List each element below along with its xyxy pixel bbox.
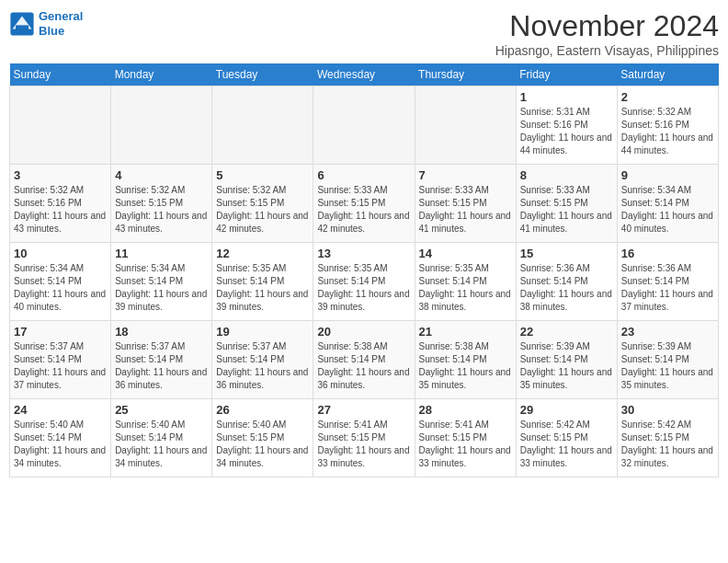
calendar-cell [313, 86, 415, 165]
day-number: 19 [216, 325, 309, 339]
calendar-cell: 9Sunrise: 5:34 AMSunset: 5:14 PMDaylight… [617, 165, 718, 243]
calendar-cell [415, 86, 516, 165]
calendar-cell: 11Sunrise: 5:34 AMSunset: 5:14 PMDayligh… [111, 243, 212, 321]
day-number: 7 [419, 168, 512, 182]
week-row-2: 3Sunrise: 5:32 AMSunset: 5:16 PMDaylight… [10, 165, 719, 243]
day-info: Sunrise: 5:34 AMSunset: 5:14 PMDaylight:… [14, 262, 107, 314]
calendar-cell: 19Sunrise: 5:37 AMSunset: 5:14 PMDayligh… [212, 321, 313, 399]
day-number: 26 [216, 403, 309, 417]
calendar-cell: 10Sunrise: 5:34 AMSunset: 5:14 PMDayligh… [10, 243, 111, 321]
calendar-table: SundayMondayTuesdayWednesdayThursdayFrid… [9, 63, 719, 477]
day-number: 27 [317, 403, 410, 417]
day-info: Sunrise: 5:38 AMSunset: 5:14 PMDaylight:… [317, 340, 410, 392]
calendar-cell: 24Sunrise: 5:40 AMSunset: 5:14 PMDayligh… [10, 399, 111, 477]
calendar-cell: 7Sunrise: 5:33 AMSunset: 5:15 PMDaylight… [415, 165, 516, 243]
day-number: 23 [621, 325, 714, 339]
day-number: 9 [621, 168, 714, 182]
logo-line2: Blue [39, 24, 64, 38]
calendar-cell: 1Sunrise: 5:31 AMSunset: 5:16 PMDaylight… [516, 86, 617, 165]
day-info: Sunrise: 5:32 AMSunset: 5:16 PMDaylight:… [621, 106, 714, 157]
weekday-header-monday: Monday [111, 63, 212, 86]
logo-text: General Blue [39, 9, 83, 38]
day-number: 11 [115, 247, 208, 260]
weekday-header-friday: Friday [516, 63, 617, 86]
day-info: Sunrise: 5:35 AMSunset: 5:14 PMDaylight:… [216, 262, 309, 314]
calendar-cell: 26Sunrise: 5:40 AMSunset: 5:15 PMDayligh… [212, 399, 313, 477]
day-number: 18 [115, 325, 208, 339]
day-info: Sunrise: 5:35 AMSunset: 5:14 PMDaylight:… [317, 262, 410, 314]
day-info: Sunrise: 5:32 AMSunset: 5:16 PMDaylight:… [14, 184, 107, 236]
day-number: 10 [14, 247, 107, 260]
day-number: 22 [520, 325, 613, 339]
day-info: Sunrise: 5:42 AMSunset: 5:15 PMDaylight:… [621, 419, 714, 470]
location-subtitle: Hipasngo, Eastern Visayas, Philippines [495, 43, 719, 58]
calendar-cell [10, 86, 111, 165]
weekday-header-tuesday: Tuesday [212, 63, 313, 86]
weekday-header-thursday: Thursday [415, 63, 516, 86]
week-row-1: 1Sunrise: 5:31 AMSunset: 5:16 PMDaylight… [10, 86, 719, 165]
day-info: Sunrise: 5:31 AMSunset: 5:16 PMDaylight:… [520, 106, 613, 157]
calendar-cell: 29Sunrise: 5:42 AMSunset: 5:15 PMDayligh… [516, 399, 617, 477]
day-number: 5 [216, 168, 309, 182]
calendar-cell: 17Sunrise: 5:37 AMSunset: 5:14 PMDayligh… [10, 321, 111, 399]
day-info: Sunrise: 5:40 AMSunset: 5:14 PMDaylight:… [14, 419, 107, 470]
day-info: Sunrise: 5:32 AMSunset: 5:15 PMDaylight:… [216, 184, 309, 236]
day-number: 2 [621, 90, 714, 104]
calendar-cell: 2Sunrise: 5:32 AMSunset: 5:16 PMDaylight… [617, 86, 718, 165]
day-number: 20 [317, 325, 410, 339]
day-number: 14 [419, 247, 512, 260]
day-number: 29 [520, 403, 613, 417]
day-info: Sunrise: 5:37 AMSunset: 5:14 PMDaylight:… [216, 340, 309, 392]
logo-icon [9, 11, 35, 37]
day-info: Sunrise: 5:39 AMSunset: 5:14 PMDaylight:… [520, 340, 613, 392]
calendar-cell: 16Sunrise: 5:36 AMSunset: 5:14 PMDayligh… [617, 243, 718, 321]
day-info: Sunrise: 5:40 AMSunset: 5:15 PMDaylight:… [216, 419, 309, 470]
day-info: Sunrise: 5:42 AMSunset: 5:15 PMDaylight:… [520, 419, 613, 470]
calendar-cell: 14Sunrise: 5:35 AMSunset: 5:14 PMDayligh… [415, 243, 516, 321]
calendar-cell: 22Sunrise: 5:39 AMSunset: 5:14 PMDayligh… [516, 321, 617, 399]
day-info: Sunrise: 5:36 AMSunset: 5:14 PMDaylight:… [520, 262, 613, 314]
calendar-cell: 15Sunrise: 5:36 AMSunset: 5:14 PMDayligh… [516, 243, 617, 321]
day-info: Sunrise: 5:41 AMSunset: 5:15 PMDaylight:… [419, 419, 512, 470]
day-info: Sunrise: 5:41 AMSunset: 5:15 PMDaylight:… [317, 419, 410, 470]
calendar-cell: 13Sunrise: 5:35 AMSunset: 5:14 PMDayligh… [313, 243, 415, 321]
calendar-cell: 8Sunrise: 5:33 AMSunset: 5:15 PMDaylight… [516, 165, 617, 243]
day-info: Sunrise: 5:37 AMSunset: 5:14 PMDaylight:… [115, 340, 208, 392]
day-number: 4 [115, 168, 208, 182]
calendar-cell: 23Sunrise: 5:39 AMSunset: 5:14 PMDayligh… [617, 321, 718, 399]
calendar-cell: 27Sunrise: 5:41 AMSunset: 5:15 PMDayligh… [313, 399, 415, 477]
svg-rect-2 [16, 25, 28, 30]
day-number: 24 [14, 403, 107, 417]
calendar-cell: 4Sunrise: 5:32 AMSunset: 5:15 PMDaylight… [111, 165, 212, 243]
day-number: 17 [14, 325, 107, 339]
calendar-cell: 6Sunrise: 5:33 AMSunset: 5:15 PMDaylight… [313, 165, 415, 243]
calendar-cell [212, 86, 313, 165]
day-number: 15 [520, 247, 613, 260]
day-number: 25 [115, 403, 208, 417]
calendar-cell [111, 86, 212, 165]
week-row-3: 10Sunrise: 5:34 AMSunset: 5:14 PMDayligh… [10, 243, 719, 321]
weekday-header-sunday: Sunday [10, 63, 111, 86]
day-info: Sunrise: 5:33 AMSunset: 5:15 PMDaylight:… [419, 184, 512, 236]
day-number: 30 [621, 403, 714, 417]
calendar-cell: 21Sunrise: 5:38 AMSunset: 5:14 PMDayligh… [415, 321, 516, 399]
day-number: 3 [14, 168, 107, 182]
weekday-header-wednesday: Wednesday [313, 63, 415, 86]
day-number: 13 [317, 247, 410, 260]
calendar-cell: 25Sunrise: 5:40 AMSunset: 5:14 PMDayligh… [111, 399, 212, 477]
day-info: Sunrise: 5:33 AMSunset: 5:15 PMDaylight:… [317, 184, 410, 236]
day-info: Sunrise: 5:35 AMSunset: 5:14 PMDaylight:… [419, 262, 512, 314]
weekday-header-row: SundayMondayTuesdayWednesdayThursdayFrid… [10, 63, 719, 86]
week-row-5: 24Sunrise: 5:40 AMSunset: 5:14 PMDayligh… [10, 399, 719, 477]
day-number: 6 [317, 168, 410, 182]
day-info: Sunrise: 5:34 AMSunset: 5:14 PMDaylight:… [115, 262, 208, 314]
day-number: 16 [621, 247, 714, 260]
day-number: 1 [520, 90, 613, 104]
calendar-cell: 12Sunrise: 5:35 AMSunset: 5:14 PMDayligh… [212, 243, 313, 321]
page-header: General Blue November 2024 Hipasngo, Eas… [9, 9, 719, 58]
logo: General Blue [9, 9, 83, 38]
day-info: Sunrise: 5:37 AMSunset: 5:14 PMDaylight:… [14, 340, 107, 392]
day-info: Sunrise: 5:39 AMSunset: 5:14 PMDaylight:… [621, 340, 714, 392]
day-number: 12 [216, 247, 309, 260]
logo-line1: General [39, 9, 83, 23]
